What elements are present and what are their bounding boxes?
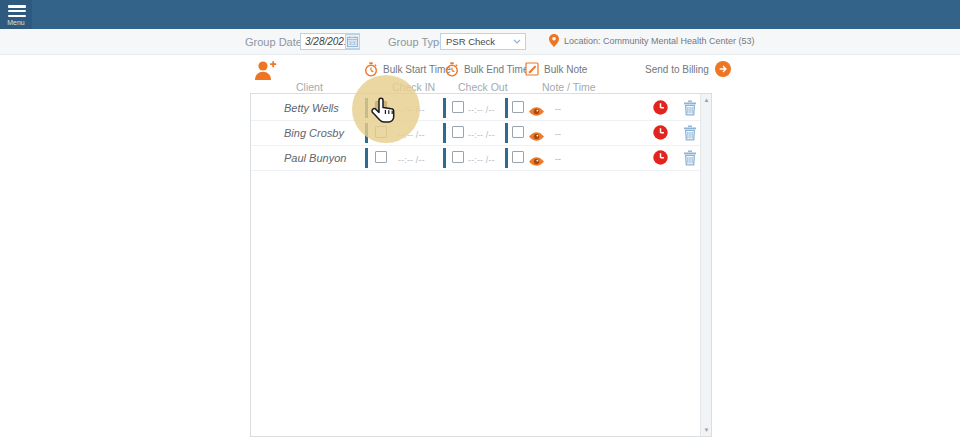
scroll-down-arrow[interactable]: ▼ xyxy=(701,424,712,436)
time-alert-button[interactable] xyxy=(653,100,668,115)
location-display: Location: Community Mental Health Center… xyxy=(549,34,755,47)
check-out-checkbox[interactable] xyxy=(452,126,464,138)
bulk-note-button[interactable]: Bulk Note xyxy=(525,62,587,76)
column-header-check-out: Check Out xyxy=(458,81,508,93)
note-checkbox[interactable] xyxy=(512,101,524,113)
column-header-check-in: Check IN xyxy=(392,81,435,93)
add-person-icon xyxy=(254,59,278,82)
chevron-down-icon xyxy=(513,39,521,44)
check-out-divider xyxy=(443,123,446,143)
check-out-divider xyxy=(443,98,446,118)
group-type-select[interactable]: PSR Check xyxy=(440,33,526,50)
top-navigation-bar: Menu xyxy=(0,0,960,29)
check-out-time: --:-- /-- xyxy=(468,155,495,165)
eye-icon xyxy=(528,131,545,142)
filter-bar: Group Date: 3/28/2021 Group Type: PSR Ch… xyxy=(0,29,960,55)
view-note-button[interactable] xyxy=(528,103,545,114)
trash-icon xyxy=(683,125,697,141)
trash-icon xyxy=(683,100,697,116)
time-alert-button[interactable] xyxy=(653,125,668,140)
menu-button[interactable]: Menu xyxy=(0,0,32,29)
bulk-start-time-label: Bulk Start Time xyxy=(383,64,451,75)
client-table-panel: Betty Wells --:-- /-- --:-- /-- -- xyxy=(250,93,712,437)
check-in-checkbox[interactable] xyxy=(375,101,387,113)
send-to-billing-button[interactable]: Send to Billing xyxy=(645,61,731,77)
arrow-right-circle-icon xyxy=(715,61,731,77)
table-row: Bing Crosby --:-- /-- --:-- /-- -- xyxy=(251,121,700,146)
view-note-button[interactable] xyxy=(528,128,545,139)
client-name: Bing Crosby xyxy=(284,127,344,139)
red-clock-icon xyxy=(653,125,668,140)
note-checkbox[interactable] xyxy=(512,126,524,138)
delete-row-button[interactable] xyxy=(683,125,697,141)
send-to-billing-label: Send to Billing xyxy=(645,64,709,75)
pencil-note-icon xyxy=(525,62,539,76)
check-out-time: --:-- /-- xyxy=(468,105,495,115)
group-type-value: PSR Check xyxy=(446,36,495,47)
view-note-button[interactable] xyxy=(528,153,545,164)
note-text: -- xyxy=(555,104,561,114)
table-body: Betty Wells --:-- /-- --:-- /-- -- xyxy=(251,96,700,171)
table-row: Betty Wells --:-- /-- --:-- /-- -- xyxy=(251,96,700,121)
location-text: Location: Community Mental Health Center… xyxy=(564,36,755,46)
bulk-end-time-label: Bulk End Time xyxy=(464,64,528,75)
eye-icon xyxy=(528,106,545,117)
bulk-start-time-button[interactable]: Bulk Start Time xyxy=(364,62,451,77)
stopwatch-icon xyxy=(445,62,459,77)
note-divider xyxy=(505,148,508,168)
check-out-checkbox[interactable] xyxy=(452,151,464,163)
client-name: Paul Bunyon xyxy=(284,152,346,164)
check-in-divider xyxy=(365,148,368,168)
eye-icon xyxy=(528,156,545,167)
red-clock-icon xyxy=(653,100,668,115)
client-name: Betty Wells xyxy=(284,102,339,114)
column-header-note-time: Note / Time xyxy=(542,81,596,93)
check-in-time: --:-- /-- xyxy=(398,105,425,115)
menu-label: Menu xyxy=(0,19,32,26)
group-session-page: Menu Group Date: 3/28/2021 Group Type: P… xyxy=(0,0,960,442)
column-header-client: Client xyxy=(296,81,323,93)
check-in-time: --:-- /-- xyxy=(398,130,425,140)
check-in-checkbox[interactable] xyxy=(375,151,387,163)
note-checkbox[interactable] xyxy=(512,151,524,163)
check-out-divider xyxy=(443,148,446,168)
group-date-label: Group Date: xyxy=(245,36,305,48)
note-divider xyxy=(505,123,508,143)
vertical-scrollbar[interactable]: ▲ ▼ xyxy=(700,94,711,436)
map-pin-icon xyxy=(549,34,559,47)
note-text: -- xyxy=(555,129,561,139)
check-in-divider xyxy=(365,123,368,143)
red-clock-icon xyxy=(653,150,668,165)
table-row: Paul Bunyon --:-- /-- --:-- /-- -- xyxy=(251,146,700,171)
delete-row-button[interactable] xyxy=(683,100,697,116)
check-in-divider xyxy=(365,98,368,118)
bulk-note-label: Bulk Note xyxy=(544,64,587,75)
check-out-time: --:-- /-- xyxy=(468,130,495,140)
trash-icon xyxy=(683,150,697,166)
hamburger-icon xyxy=(8,5,26,17)
time-alert-button[interactable] xyxy=(653,150,668,165)
note-divider xyxy=(505,98,508,118)
calendar-icon[interactable] xyxy=(345,34,360,49)
note-text: -- xyxy=(555,154,561,164)
group-date-value: 3/28/2021 xyxy=(305,36,350,47)
check-in-checkbox[interactable] xyxy=(375,126,387,138)
check-in-time: --:-- /-- xyxy=(398,155,425,165)
stopwatch-icon xyxy=(364,62,378,77)
bulk-end-time-button[interactable]: Bulk End Time xyxy=(445,62,528,77)
scroll-up-arrow[interactable]: ▲ xyxy=(701,94,712,106)
add-client-button[interactable] xyxy=(254,59,278,82)
delete-row-button[interactable] xyxy=(683,150,697,166)
check-out-checkbox[interactable] xyxy=(452,101,464,113)
